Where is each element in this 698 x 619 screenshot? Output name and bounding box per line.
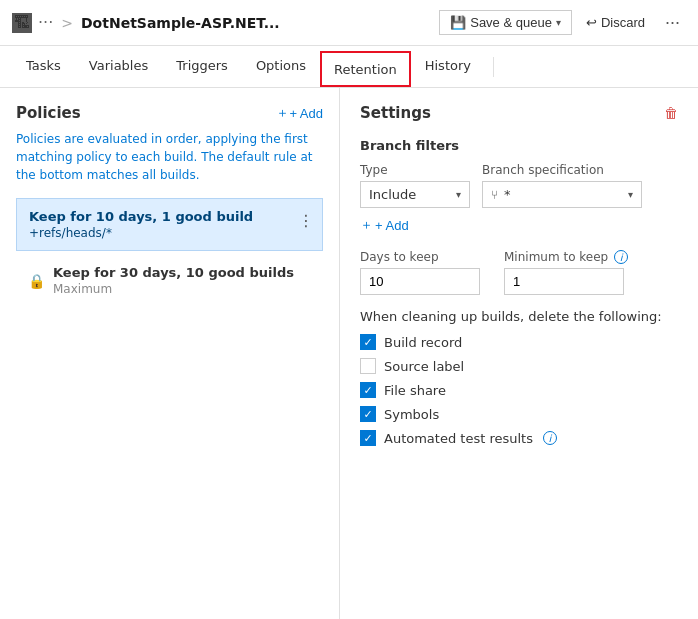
topbar-more-icon[interactable]: ··· [38,13,53,32]
tab-triggers[interactable]: Triggers [162,46,242,87]
tab-history[interactable]: History [411,46,485,87]
trash-icon: 🗑 [664,105,678,121]
main-content: Policies ＋ + Add Policies are evaluated … [0,88,698,619]
breadcrumb-separator: > [61,15,73,31]
nav-tabs: Tasks Variables Triggers Options Retenti… [0,46,698,88]
delete-button[interactable]: 🗑 [664,105,678,121]
default-policy-name: Keep for 30 days, 10 good builds [53,265,294,280]
settings-title: Settings [360,104,431,122]
policy-1-name: Keep for 10 days, 1 good build [29,209,310,224]
policy-item-1[interactable]: Keep for 10 days, 1 good build +refs/hea… [16,198,323,251]
branch-icon: ⑂ [491,188,498,202]
tab-variables[interactable]: Variables [75,46,162,87]
min-to-keep-input[interactable] [504,268,624,295]
discard-button[interactable]: ↩ Discard [578,11,653,34]
left-panel: Policies ＋ + Add Policies are evaluated … [0,88,340,619]
type-label: Type [360,163,470,177]
type-select[interactable]: Include ▾ [360,181,470,208]
right-panel: Settings 🗑 Branch filters Type Include ▾… [340,88,698,619]
policies-title: Policies [16,104,81,122]
branch-spec-label: Branch specification [482,163,642,177]
checkbox-file-share: File share [360,382,678,398]
undo-icon: ↩ [586,15,597,30]
source-label-label: Source label [384,359,464,374]
topbar-overflow-button[interactable]: ··· [659,10,686,35]
settings-header: Settings 🗑 [360,104,678,122]
topbar-actions: 💾 Save & queue ▾ ↩ Discard ··· [439,10,686,35]
policy-1-overflow-icon[interactable]: ⋮ [298,211,314,230]
days-to-keep-label: Days to keep [360,250,480,264]
type-filter-col: Type Include ▾ [360,163,470,208]
branch-spec-input[interactable]: ⑂ * ▾ [482,181,642,208]
save-dropdown-icon: ▾ [556,17,561,28]
automated-test-checkbox[interactable] [360,430,376,446]
save-queue-button[interactable]: 💾 Save & queue ▾ [439,10,572,35]
filter-row: Type Include ▾ Branch specification ⑂ * … [360,163,678,208]
pipeline-title: DotNetSample-ASP.NET... [81,15,280,31]
branch-spec-dropdown-icon: ▾ [628,189,633,200]
file-share-checkbox[interactable] [360,382,376,398]
branch-filters-label: Branch filters [360,138,678,153]
symbols-label: Symbols [384,407,439,422]
automated-test-label: Automated test results [384,431,533,446]
days-to-keep-input[interactable] [360,268,480,295]
type-dropdown-icon: ▾ [456,189,461,200]
lock-icon: 🔒 [28,273,45,289]
tab-divider [493,57,494,77]
build-record-checkbox[interactable] [360,334,376,350]
plus-icon: ＋ [276,104,289,122]
policies-description: Policies are evaluated in order, applyin… [16,130,323,184]
branch-filters-section: Branch filters Type Include ▾ Branch spe… [360,138,678,234]
checkbox-symbols: Symbols [360,406,678,422]
topbar: 🏗 ··· > DotNetSample-ASP.NET... 💾 Save &… [0,0,698,46]
symbols-checkbox[interactable] [360,406,376,422]
tab-options[interactable]: Options [242,46,320,87]
build-record-label: Build record [384,335,462,350]
policy-item-default[interactable]: 🔒 Keep for 30 days, 10 good builds Maxim… [16,255,323,306]
default-policy-sub: Maximum [53,282,294,296]
checkbox-source-label: Source label [360,358,678,374]
tab-tasks[interactable]: Tasks [12,46,75,87]
build-icon: 🏗 [12,13,32,33]
tab-retention[interactable]: Retention [320,51,411,87]
add-filter-button[interactable]: ＋ + Add [360,216,409,234]
add-policy-button[interactable]: ＋ + Add [276,104,323,122]
file-share-label: File share [384,383,446,398]
days-to-keep-col: Days to keep [360,250,480,295]
policy-1-sub: +refs/heads/* [29,226,310,240]
min-to-keep-info-icon[interactable]: i [614,250,628,264]
retention-fields-row: Days to keep Minimum to keep i [360,250,678,295]
source-label-checkbox[interactable] [360,358,376,374]
add-filter-plus-icon: ＋ [360,216,373,234]
policies-header: Policies ＋ + Add [16,104,323,122]
automated-test-info-icon[interactable]: i [543,431,557,445]
branch-spec-col: Branch specification ⑂ * ▾ [482,163,642,208]
checkbox-automated-test: Automated test results i [360,430,678,446]
min-to-keep-col: Minimum to keep i [504,250,628,295]
save-icon: 💾 [450,15,466,30]
min-to-keep-label: Minimum to keep i [504,250,628,264]
delete-section-label: When cleaning up builds, delete the foll… [360,309,678,324]
checkbox-build-record: Build record [360,334,678,350]
